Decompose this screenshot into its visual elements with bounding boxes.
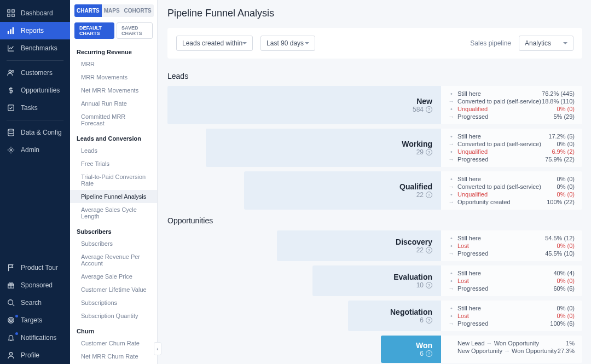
funnel-stage[interactable]: Won6 ?: [381, 336, 441, 363]
funnel-stage[interactable]: Qualified22 ?: [244, 171, 441, 210]
sidebar-item-customers[interactable]: Customers: [0, 64, 70, 82]
help-icon[interactable]: ?: [426, 106, 432, 113]
subtab-default-charts[interactable]: DEFAULT CHARTS: [74, 22, 114, 39]
funnel-stage[interactable]: Evaluation10 ?: [312, 265, 441, 296]
bullet-icon: •: [449, 278, 454, 284]
detail-row: •Still here76.2% (445): [449, 90, 575, 97]
check-icon: [7, 103, 15, 112]
funnel-stage[interactable]: Working29 ?: [206, 129, 441, 167]
section-label-opportunities: Opportunities: [167, 216, 582, 225]
sidebar-item-benchmarks[interactable]: Benchmarks: [0, 39, 70, 57]
detail-value: 1%: [566, 340, 575, 346]
subnav-link-average-revenue-per-account[interactable]: Average Revenue Per Account: [70, 250, 157, 270]
detail-value: 0% (0): [557, 305, 575, 311]
sidebar-divider: [7, 120, 63, 120]
detail-label: Converted to paid (self-service): [457, 183, 557, 190]
subnav-link-pipeline-funnel-analysis[interactable]: Pipeline Funnel Analysis: [70, 190, 157, 203]
sidebar-item-targets[interactable]: Targets: [0, 311, 70, 329]
tab-maps[interactable]: MAPS: [102, 4, 122, 17]
help-icon[interactable]: ?: [426, 247, 432, 253]
detail-row: •Still here54.5% (12): [449, 235, 575, 241]
stage-count: 6 ?: [390, 350, 432, 357]
detail-label: Converted to paid (self-service): [457, 98, 542, 105]
detail-value: 0% (0): [557, 176, 575, 182]
detail-value: 5% (29): [553, 113, 575, 120]
subnav-link-mrr[interactable]: MRR: [70, 57, 157, 71]
bullet-icon: •: [449, 243, 454, 249]
detail-label: Still here: [457, 133, 548, 140]
funnel-stage[interactable]: Discovery22 ?: [277, 230, 441, 261]
detail-label: Still here: [457, 270, 553, 276]
date-range-select[interactable]: Last 90 days: [260, 36, 315, 51]
collapse-subnav-button[interactable]: ‹: [154, 342, 161, 355]
detail-row: •Unqualified6.9% (2): [449, 148, 575, 155]
help-icon[interactable]: ?: [426, 317, 432, 323]
help-icon[interactable]: ?: [426, 192, 432, 198]
detail-row: →Progressed75.9% (22): [449, 156, 575, 163]
users-icon: [7, 68, 15, 77]
funnel-stage[interactable]: New584 ?: [167, 86, 441, 124]
main-content: Pipeline Funnel Analysis Leads created w…: [158, 0, 591, 364]
subnav-link-customer-lifetime-value[interactable]: Customer Lifetime Value: [70, 283, 157, 296]
subnav-link-average-sale-price[interactable]: Average Sale Price: [70, 270, 157, 283]
sidebar-item-profile[interactable]: Profile: [0, 346, 70, 364]
subnav-link-committed-mrr-forecast[interactable]: Committed MRR Forecast: [70, 110, 157, 130]
detail-label: Opportunity created: [457, 199, 547, 205]
stage-title: Discovery: [286, 238, 432, 246]
stage-title: Won: [390, 341, 432, 350]
svg-rect-2: [8, 14, 10, 16]
detail-label: Progressed: [457, 285, 553, 292]
subnav-link-annual-run-rate[interactable]: Annual Run Rate: [70, 97, 157, 110]
leads-created-select[interactable]: Leads created within: [176, 36, 253, 51]
benchmarks-icon: [7, 44, 15, 53]
funnel-row-won: Won6 ?New Lead → Won Opportunity1%New Op…: [167, 336, 582, 363]
sidebar-item-product-tour[interactable]: Product Tour: [0, 259, 70, 276]
detail-label: Progressed: [457, 250, 545, 257]
subnav-link-net-mrr-churn-rate[interactable]: Net MRR Churn Rate: [70, 350, 157, 363]
sidebar-item-search[interactable]: Search: [0, 294, 70, 311]
subnav-link-subscription-quantity[interactable]: Subscription Quantity: [70, 309, 157, 322]
help-icon[interactable]: ?: [426, 350, 432, 357]
sidebar-item-label: Tasks: [21, 104, 38, 112]
sidebar-item-reports[interactable]: Reports: [0, 22, 70, 39]
subnav-link-average-sales-cycle-length[interactable]: Average Sales Cycle Length: [70, 203, 157, 223]
notification-dot: [15, 315, 18, 317]
subnav-link-subscribers[interactable]: Subscribers: [70, 237, 157, 250]
stage-details: •Still here76.2% (445)→Converted to paid…: [441, 86, 582, 124]
subnav-link-net-mrr-movements[interactable]: Net MRR Movements: [70, 84, 157, 97]
subnav-link-mrr-movements[interactable]: MRR Movements: [70, 71, 157, 84]
sidebar-item-data-config[interactable]: Data & Config: [0, 124, 70, 141]
arrow-icon: →: [449, 321, 454, 326]
bullet-icon: [449, 340, 454, 346]
arrow-icon: →: [449, 286, 454, 291]
help-icon[interactable]: ?: [426, 149, 432, 155]
sidebar-item-notifications[interactable]: Notifications: [0, 329, 70, 346]
subnav-link-trial-to-paid-conversion-rate[interactable]: Trial-to-Paid Conversion Rate: [70, 170, 157, 190]
search-icon: [7, 298, 15, 307]
sidebar-item-admin[interactable]: Admin: [0, 141, 70, 159]
subtab-saved-charts[interactable]: SAVED CHARTS: [117, 22, 153, 39]
subnav-link-leads[interactable]: Leads: [70, 144, 157, 157]
svg-point-8: [12, 71, 14, 73]
page-title: Pipeline Funnel Analysis: [167, 8, 582, 19]
sidebar-item-sponsored[interactable]: Sponsored: [0, 276, 70, 294]
subnav-link-customer-churn-rate[interactable]: Customer Churn Rate: [70, 337, 157, 350]
funnel-stage[interactable]: Negotiation6 ?: [348, 301, 441, 331]
detail-label: Progressed: [457, 320, 550, 327]
help-icon[interactable]: ?: [426, 282, 432, 288]
tab-charts[interactable]: CHARTS: [74, 4, 102, 17]
subnav-link-subscriptions[interactable]: Subscriptions: [70, 296, 157, 309]
arrow-icon: →: [449, 184, 454, 189]
select-label: Analytics: [525, 39, 551, 47]
sidebar-item-dashboard[interactable]: Dashboard: [0, 4, 70, 22]
detail-label: Still here: [457, 176, 557, 182]
sidebar-item-opportunities[interactable]: Opportunities: [0, 82, 70, 99]
subnav-link-free-trials[interactable]: Free Trials: [70, 157, 157, 170]
detail-label: New Lead → Won Opportunity: [457, 340, 566, 346]
pipeline-select[interactable]: Analytics: [519, 36, 573, 51]
funnel-row-qualified: Qualified22 ?•Still here0% (0)→Converted…: [167, 171, 582, 210]
bullet-icon: •: [449, 106, 454, 112]
tab-cohorts[interactable]: COHORTS: [122, 4, 154, 17]
sidebar-item-tasks[interactable]: Tasks: [0, 99, 70, 117]
bullet-icon: •: [449, 176, 454, 182]
